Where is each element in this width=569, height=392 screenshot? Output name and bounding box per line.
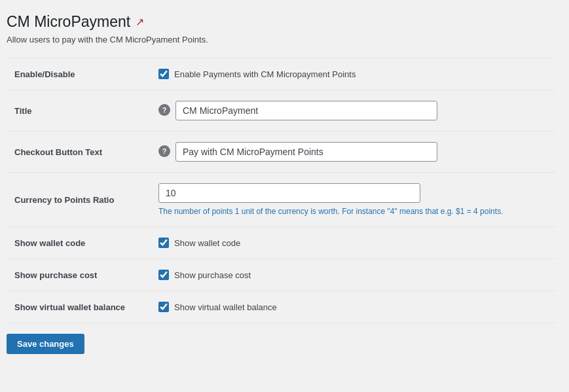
show-wallet-code-control: Show wallet code	[158, 238, 548, 248]
show-virtual-wallet-row: Show virtual wallet balance Show virtual…	[7, 291, 556, 323]
page-title: CM MicroPayment	[7, 13, 130, 31]
show-wallet-code-checkbox[interactable]	[158, 238, 169, 248]
save-changes-button[interactable]: Save changes	[7, 334, 84, 354]
checkout-button-text-input[interactable]	[175, 142, 437, 162]
enable-disable-row: Enable/Disable Enable Payments with CM M…	[7, 58, 556, 90]
page-description: Allow users to pay with the CM MicroPyam…	[7, 35, 556, 45]
title-row: Title ?	[7, 90, 556, 132]
title-control: ?	[158, 101, 548, 120]
show-virtual-wallet-checkbox[interactable]	[158, 302, 169, 312]
show-virtual-wallet-control: Show virtual wallet balance	[158, 302, 548, 312]
show-purchase-cost-checkbox[interactable]	[158, 270, 169, 280]
show-virtual-wallet-label: Show virtual wallet balance	[14, 302, 125, 312]
show-wallet-code-checkbox-label: Show wallet code	[174, 238, 240, 248]
checkout-button-text-control: ?	[158, 142, 548, 162]
checkout-help-icon[interactable]: ?	[158, 145, 170, 157]
settings-table: Enable/Disable Enable Payments with CM M…	[7, 58, 556, 323]
enable-disable-checkbox-label: Enable Payments with CM Micropayment Poi…	[174, 69, 356, 79]
enable-disable-label: Enable/Disable	[14, 69, 75, 79]
title-label: Title	[14, 106, 32, 116]
currency-to-points-input[interactable]	[158, 183, 420, 203]
currency-to-points-description: The number of points 1 unit of the curre…	[158, 207, 548, 216]
currency-to-points-label: Currency to Points Ratio	[14, 195, 114, 205]
external-link-icon[interactable]: ↗	[136, 16, 144, 28]
enable-disable-checkbox[interactable]	[158, 69, 169, 79]
page-header: CM MicroPayment ↗	[7, 13, 556, 31]
show-purchase-cost-checkbox-label: Show purchase cost	[174, 270, 251, 280]
show-wallet-code-row: Show wallet code Show wallet code	[7, 227, 556, 259]
show-purchase-cost-row: Show purchase cost Show purchase cost	[7, 259, 556, 291]
checkout-button-text-label: Checkout Button Text	[14, 147, 102, 157]
currency-to-points-row: Currency to Points Ratio The number of p…	[7, 173, 556, 227]
show-virtual-wallet-checkbox-label: Show virtual wallet balance	[174, 302, 277, 312]
checkout-button-text-row: Checkout Button Text ?	[7, 132, 556, 173]
show-purchase-cost-label: Show purchase cost	[14, 270, 97, 280]
show-wallet-code-label: Show wallet code	[14, 238, 85, 248]
show-purchase-cost-control: Show purchase cost	[158, 270, 548, 280]
title-input[interactable]	[175, 101, 437, 120]
title-help-icon[interactable]: ?	[158, 104, 170, 116]
enable-disable-control: Enable Payments with CM Micropayment Poi…	[158, 69, 548, 79]
